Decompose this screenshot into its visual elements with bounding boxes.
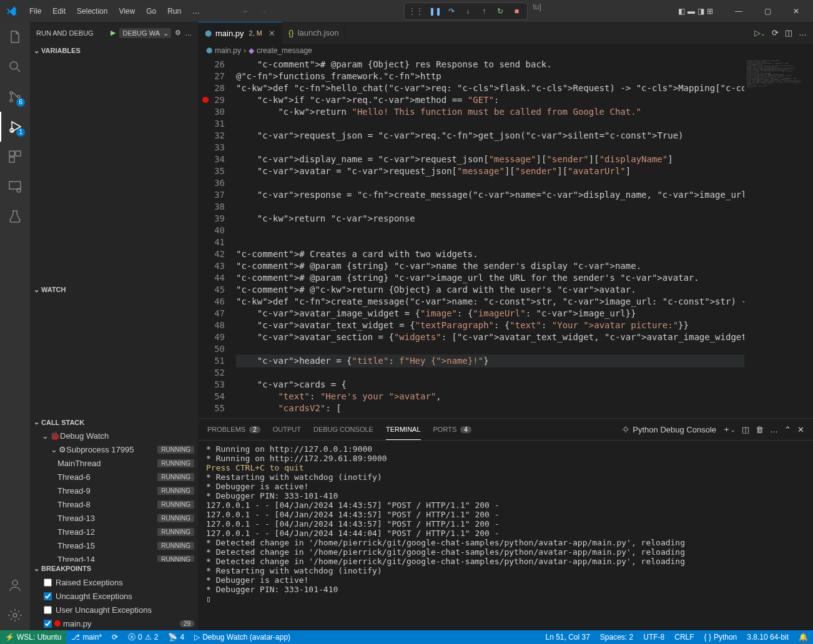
menu-run[interactable]: Run (162, 4, 186, 18)
breakpoint-checkbox[interactable] (44, 592, 52, 600)
code-line[interactable]: "c-var">avatar = "c-var">request_json["m… (236, 165, 744, 177)
start-debug-icon[interactable]: ▶ (111, 29, 116, 37)
drag-grip-icon[interactable]: ⋮⋮ (408, 7, 423, 16)
code-line[interactable] (236, 118, 744, 130)
layout-sidebar-right-icon[interactable]: ◨ (697, 7, 704, 16)
breakpoint-option[interactable]: User Uncaught Exceptions (30, 603, 198, 617)
split-editor-icon[interactable]: ◫ (785, 28, 792, 37)
code-line[interactable]: "c-var">avatar_section = {"widgets": ["c… (236, 331, 744, 343)
code-line[interactable]: "c-var">avatar_image_widget = {"image": … (236, 308, 744, 320)
menu-edit[interactable]: Edit (47, 4, 71, 18)
code-line[interactable] (236, 367, 744, 379)
problems-status[interactable]: ⓧ0 ⚠2 (123, 630, 163, 644)
watch-header[interactable]: ⌄WATCH (30, 283, 198, 296)
layout-customize-icon[interactable]: ⊞ (707, 7, 713, 16)
callstack-row[interactable]: Thread-15RUNNING (30, 539, 198, 553)
settings-gear-icon[interactable] (0, 600, 30, 630)
callstack-header[interactable]: ⌄CALL STACK (30, 416, 198, 429)
code-line[interactable]: "c-var">request_json = "c-var">req."c-fn… (236, 130, 744, 142)
code-line[interactable]: "c-var">cards = { (236, 379, 744, 391)
panel-tab-ports[interactable]: PORTS4 (433, 419, 471, 440)
breakpoint-option[interactable]: Raised Exceptions (30, 575, 198, 589)
remote-indicator[interactable]: ⚡ WSL: Ubuntu (0, 630, 66, 644)
code-line[interactable]: "c-comment"># @param {string} "c-var">na… (236, 260, 744, 272)
panel-tab-output[interactable]: OUTPUT (273, 419, 301, 440)
maximize-panel-icon[interactable]: ⌃ (784, 425, 791, 434)
panel-tab-problems[interactable]: PROBLEMS2 (207, 419, 260, 440)
panel-tab-terminal[interactable]: TERMINAL (386, 419, 421, 440)
code-line[interactable]: "c-comment"># @param {string} "c-var">im… (236, 272, 744, 284)
editor-tab[interactable]: ⬢main.py2, M✕ (199, 22, 282, 44)
layout-sidebar-icon[interactable]: ◧ (678, 7, 685, 16)
code-line[interactable] (236, 177, 744, 189)
run-debug-icon[interactable]: 1 (0, 112, 30, 142)
nav-back-icon[interactable]: ← (242, 7, 250, 16)
callstack-row[interactable]: ⌄🐞 Debug Watch (30, 429, 198, 443)
editor-tab[interactable]: {}launch.json (282, 22, 345, 44)
code-line[interactable]: @"c-fn">functions_framework."c-fn">http (236, 71, 744, 82)
breakpoint-checkbox[interactable] (44, 578, 52, 587)
debug-stop-icon[interactable]: ■ (510, 4, 523, 18)
indentation-status[interactable]: Spaces: 2 (595, 633, 638, 642)
debug-floating-toolbar[interactable]: ⋮⋮ ❚❚ ↷ ↓ ↑ ↻ ■ (404, 2, 528, 20)
code-line[interactable] (236, 343, 744, 355)
callstack-row[interactable]: MainThreadRUNNING (30, 457, 198, 471)
search-icon[interactable] (0, 52, 30, 82)
breakpoint-option[interactable]: Uncaught Exceptions (30, 589, 198, 603)
debug-pause-icon[interactable]: ❚❚ (428, 4, 442, 18)
remote-explorer-icon[interactable] (0, 172, 30, 202)
terminal-body[interactable]: * Running on http://127.0.0.1:9000 * Run… (199, 441, 813, 630)
debug-step-out-icon[interactable]: ↑ (477, 4, 491, 18)
menu-…[interactable]: … (187, 4, 205, 18)
debug-step-over-icon[interactable]: ↷ (445, 4, 458, 18)
menu-view[interactable]: View (114, 4, 140, 18)
breadcrumbs[interactable]: ⬢ main.py › ◆ create_message (199, 44, 813, 57)
code-line[interactable] (236, 142, 744, 154)
callstack-row[interactable]: ⌄⚙ Subprocess 17995RUNNING (30, 443, 198, 457)
language-status[interactable]: { } Python (699, 633, 742, 642)
code-line[interactable]: "c-var">display_name = "c-var">request_j… (236, 154, 744, 165)
menu-go[interactable]: Go (141, 4, 161, 18)
code-line[interactable]: "text": "Here's your ">avatar", (236, 391, 744, 402)
nav-forward-icon[interactable]: → (260, 7, 267, 16)
minimap[interactable]: # @param {Object} res Response to send b… (744, 57, 813, 418)
debug-settings-gear-icon[interactable]: ⚙ (175, 29, 181, 37)
scm-icon[interactable]: 6 (0, 82, 30, 112)
encoding-status[interactable]: UTF-8 (638, 633, 669, 642)
code-line[interactable]: "c-kw">if "c-var">req."c-var">method == … (236, 94, 744, 106)
code-line[interactable] (236, 201, 744, 213)
breakpoint-glyph[interactable] (202, 97, 209, 103)
code-line[interactable] (236, 225, 744, 237)
breakpoints-header[interactable]: ⌄BREAKPOINTS (30, 562, 198, 575)
breakpoint-file-row[interactable]: main.py 29 (30, 617, 198, 630)
testing-icon[interactable] (0, 202, 30, 232)
notifications-icon[interactable]: 🔔 (794, 633, 813, 642)
breakpoint-file-checkbox[interactable] (44, 620, 52, 628)
callstack-row[interactable]: Thread-9RUNNING (30, 484, 198, 498)
panel-more-icon[interactable]: … (770, 425, 778, 434)
kill-terminal-icon[interactable]: 🗑 (756, 425, 764, 434)
code-line[interactable]: "c-kw">def "c-fn">create_message("c-var"… (236, 296, 744, 308)
accounts-icon[interactable] (0, 570, 30, 600)
code-line[interactable]: "c-var">header = {"title": f"Hey {">name… (236, 355, 744, 367)
debug-alt-icon[interactable]: ⟳ (772, 28, 779, 37)
debug-config-dropdown[interactable]: Debug Wa ⌄ (119, 28, 172, 38)
code-editor[interactable]: 2627282930313233343536373839404142434445… (199, 57, 813, 418)
callstack-row[interactable]: Thread-6RUNNING (30, 471, 198, 484)
layout-panel-icon[interactable]: ▬ (687, 7, 695, 16)
variables-header[interactable]: ⌄VARIABLES (30, 44, 198, 57)
new-terminal-icon[interactable]: ＋⌄ (722, 424, 736, 435)
explorer-icon[interactable] (0, 22, 30, 52)
menu-file[interactable]: File (24, 4, 46, 18)
callstack-row[interactable]: Thread-13RUNNING (30, 512, 198, 525)
code-line[interactable]: "c-comment"># @"c-kw">return {Object} a … (236, 284, 744, 296)
editor-more-icon[interactable]: … (799, 28, 807, 37)
window-minimize-icon[interactable]: — (724, 0, 753, 22)
callstack-row[interactable]: Thread-8RUNNING (30, 498, 198, 512)
callstack-row[interactable]: Thread-12RUNNING (30, 525, 198, 539)
cursor-position[interactable]: Ln 51, Col 37 (540, 633, 594, 642)
debug-status[interactable]: ▷Debug Watch (avatar-app) (189, 630, 295, 644)
panel-tab-debug console[interactable]: DEBUG CONSOLE (313, 419, 373, 440)
code-line[interactable] (236, 237, 744, 248)
window-close-icon[interactable]: ✕ (782, 0, 811, 22)
